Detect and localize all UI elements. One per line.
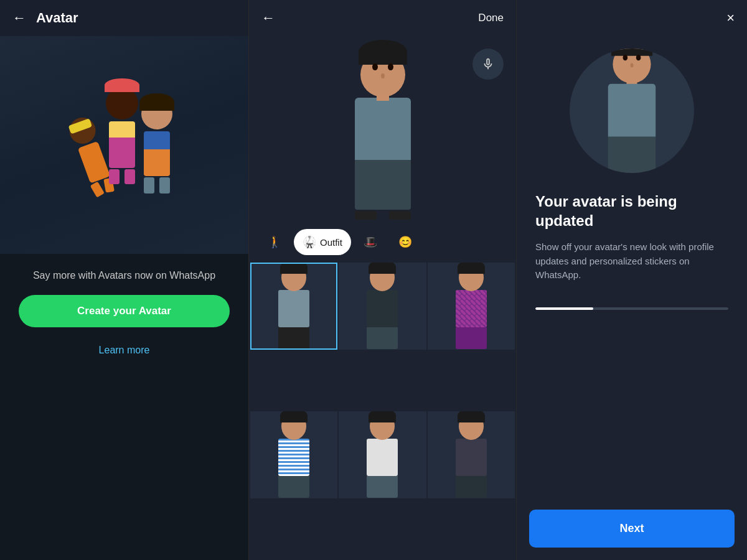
panel1-title: Avatar bbox=[36, 10, 78, 26]
mini-hair-2 bbox=[369, 263, 396, 274]
outfit-cell-3[interactable] bbox=[428, 263, 515, 350]
panel3-left-eye bbox=[623, 54, 628, 60]
mini-head-6 bbox=[459, 413, 484, 440]
avatar-right-foot bbox=[389, 211, 411, 220]
mini-head-3 bbox=[459, 264, 484, 291]
mini-body-6 bbox=[456, 439, 487, 476]
editor-panel: ← Done bbox=[249, 0, 517, 560]
progress-bar-fill bbox=[535, 307, 593, 310]
update-info: Your avatar is being updated Show off yo… bbox=[517, 192, 747, 295]
outfit-cell-5[interactable] bbox=[339, 411, 426, 498]
outfit-icon: 🥋 bbox=[303, 235, 316, 249]
tagline-text: Say more with Avatars now on WhatsApp bbox=[14, 254, 234, 295]
tab-outfit[interactable]: 🥋 Outfit bbox=[294, 229, 351, 255]
mini-head-5 bbox=[370, 413, 395, 440]
mini-body-3 bbox=[456, 290, 487, 327]
mini-body-4 bbox=[278, 439, 309, 476]
hero-image bbox=[0, 36, 248, 254]
mini-hair-3 bbox=[458, 263, 485, 274]
face-icon: 😊 bbox=[398, 235, 412, 249]
mini-legs-2 bbox=[367, 327, 398, 349]
mini-legs-4 bbox=[278, 476, 309, 498]
mini-avatar-2 bbox=[367, 264, 398, 349]
panel3-legs bbox=[608, 136, 656, 173]
panel3-torso bbox=[608, 83, 656, 136]
mini-body-5 bbox=[367, 439, 398, 476]
mini-hair-4 bbox=[280, 411, 308, 422]
avatar-figure-2 bbox=[106, 87, 138, 184]
progress-bar-container bbox=[517, 295, 747, 316]
mini-avatar-5 bbox=[367, 413, 398, 498]
mini-hair-1 bbox=[280, 263, 308, 274]
avatar-legs bbox=[355, 160, 411, 210]
back-arrow-icon[interactable]: ← bbox=[12, 10, 26, 26]
outfit-cell-2[interactable] bbox=[339, 263, 426, 350]
close-button[interactable]: × bbox=[726, 10, 735, 26]
mini-legs-5 bbox=[367, 476, 398, 498]
editor-done-button[interactable]: Done bbox=[478, 12, 504, 24]
mini-avatar-1 bbox=[278, 264, 309, 349]
avatar-hair bbox=[359, 40, 407, 65]
mic-icon bbox=[481, 57, 495, 71]
learn-more-link[interactable]: Learn more bbox=[99, 345, 150, 356]
avatar-feet bbox=[355, 211, 411, 220]
panel3-avatar-figure bbox=[608, 49, 656, 173]
mini-legs-3 bbox=[456, 327, 487, 349]
hat-icon: 🎩 bbox=[364, 235, 377, 249]
avatar-left-eye bbox=[372, 63, 378, 70]
progress-bar-bg bbox=[535, 307, 728, 310]
mini-hair-6 bbox=[458, 411, 485, 422]
mini-head-1 bbox=[281, 264, 306, 291]
tab-hat[interactable]: 🎩 bbox=[355, 229, 386, 255]
panel3-avatar-head bbox=[611, 49, 653, 82]
avatar-torso bbox=[355, 98, 411, 160]
mini-head-4 bbox=[281, 413, 306, 440]
panel3-avatar-eyes bbox=[623, 54, 641, 60]
main-avatar-figure bbox=[355, 40, 411, 220]
panel3-right-eye bbox=[636, 54, 641, 60]
mini-legs-6 bbox=[456, 476, 487, 498]
panel3-header: × bbox=[517, 0, 747, 36]
avatar-right-eye bbox=[388, 63, 393, 70]
avatar-head bbox=[358, 40, 408, 96]
update-description: Show off your avatar's new look with pro… bbox=[535, 240, 728, 282]
avatar-circle-preview bbox=[570, 49, 694, 173]
mini-legs-1 bbox=[278, 327, 309, 349]
mic-button[interactable] bbox=[472, 49, 504, 80]
mini-body-2 bbox=[367, 290, 398, 327]
outfit-cell-6[interactable] bbox=[428, 411, 515, 498]
editor-back-icon[interactable]: ← bbox=[261, 10, 275, 26]
mini-hair-5 bbox=[369, 411, 396, 422]
mini-body-1 bbox=[278, 290, 309, 327]
category-tabs: 🚶 🥋 Outfit 🎩 😊 bbox=[249, 223, 516, 261]
avatar-preview bbox=[249, 36, 516, 223]
mini-avatar-4 bbox=[278, 413, 309, 498]
avatar-left-foot bbox=[355, 211, 377, 220]
outfit-cell-4[interactable] bbox=[250, 411, 337, 498]
mini-avatar-6 bbox=[456, 413, 487, 498]
next-button[interactable]: Next bbox=[529, 510, 735, 548]
avatar-eyes bbox=[372, 63, 393, 70]
avatar-figure-3 bbox=[141, 98, 172, 194]
mini-avatar-3 bbox=[456, 264, 487, 349]
outfit-cell-1[interactable] bbox=[250, 263, 337, 350]
panel1-header: ← Avatar bbox=[0, 0, 248, 36]
body-icon: 🚶 bbox=[268, 235, 281, 249]
avatar-group bbox=[77, 87, 172, 203]
create-avatar-button[interactable]: Create your Avatar bbox=[19, 295, 230, 327]
tab-outfit-label: Outfit bbox=[320, 237, 342, 248]
outfit-grid bbox=[249, 261, 516, 560]
mini-head-2 bbox=[370, 264, 395, 291]
intro-panel: ← Avatar bbox=[0, 0, 249, 560]
update-panel: × Your avatar is being updated bbox=[517, 0, 747, 560]
update-title: Your avatar is being updated bbox=[535, 192, 728, 230]
tab-face[interactable]: 😊 bbox=[390, 229, 421, 255]
tab-body[interactable]: 🚶 bbox=[259, 229, 290, 255]
editor-header: ← Done bbox=[249, 0, 516, 36]
